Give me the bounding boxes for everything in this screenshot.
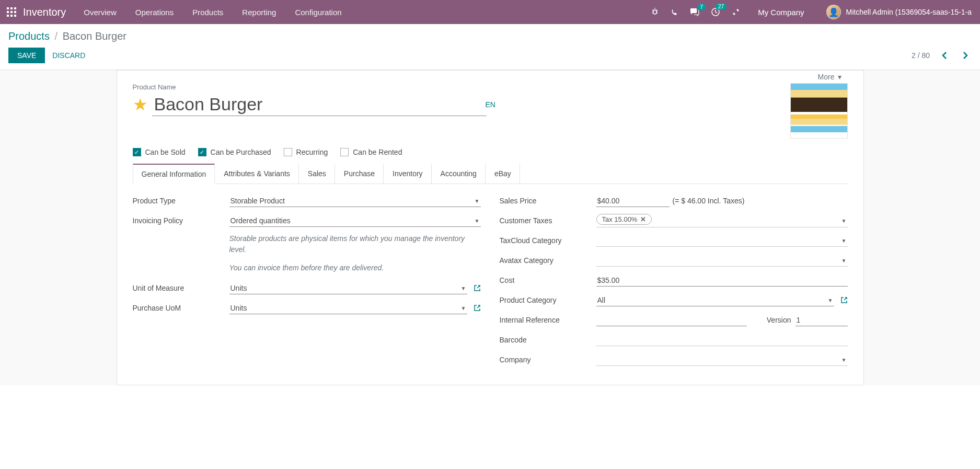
avatax-category-select[interactable] — [596, 255, 848, 267]
form-sheet: More ▾ Product Name ★ EN Can be Sol — [117, 70, 864, 385]
recurring-checkbox[interactable]: Recurring — [284, 148, 328, 156]
taxcloud-category-select[interactable] — [596, 235, 848, 247]
internal-reference-label: Internal Reference — [500, 316, 596, 324]
app-brand[interactable]: Inventory — [19, 6, 74, 18]
version-input[interactable] — [795, 314, 848, 326]
tab-ebay[interactable]: eBay — [486, 164, 520, 184]
product-type-label: Product Type — [133, 197, 229, 205]
activities-badge: 27 — [716, 3, 727, 10]
remove-tag-icon[interactable]: ✕ — [640, 215, 646, 223]
user-menu[interactable]: 👤 Mitchell Admin (15369054-saas-15-1-a — [820, 5, 972, 19]
sales-price-label: Sales Price — [500, 197, 596, 205]
help-text-1: Storable products are physical items for… — [229, 233, 481, 255]
product-tabs: General Information Attributes & Variant… — [133, 164, 848, 184]
product-category-select[interactable] — [596, 294, 834, 306]
company-select[interactable] — [596, 354, 848, 366]
svg-rect-1 — [10, 7, 13, 9]
discard-button[interactable]: DISCARD — [52, 51, 85, 60]
sales-price-incl: (= $ 46.00 Incl. Taxes) — [673, 197, 745, 205]
tools-icon[interactable] — [730, 6, 742, 18]
barcode-label: Barcode — [500, 336, 596, 344]
tax-tag[interactable]: Tax 15.00% ✕ — [596, 214, 652, 225]
debug-icon[interactable] — [649, 6, 661, 18]
svg-rect-8 — [14, 15, 16, 17]
menu-reporting[interactable]: Reporting — [233, 2, 285, 23]
company-label: Company — [500, 356, 596, 364]
svg-rect-6 — [7, 15, 9, 17]
svg-rect-2 — [14, 7, 16, 9]
tab-sales[interactable]: Sales — [299, 164, 335, 184]
can-be-sold-checkbox[interactable]: Can be Sold — [133, 148, 186, 156]
svg-rect-5 — [14, 11, 16, 13]
checkbox-unchecked-icon — [284, 148, 292, 156]
version-label: Version — [767, 316, 791, 324]
menu-configuration[interactable]: Configuration — [285, 2, 351, 23]
breadcrumb-parent[interactable]: Products — [8, 30, 50, 42]
user-avatar: 👤 — [826, 5, 841, 19]
can-be-purchased-checkbox[interactable]: Can be Purchased — [198, 148, 271, 156]
user-name: Mitchell Admin (15369054-saas-15-1-a — [846, 8, 972, 16]
svg-rect-3 — [7, 11, 9, 13]
chevron-down-icon: ▼ — [841, 218, 847, 223]
messaging-badge: 7 — [698, 4, 706, 10]
taxcloud-category-label: TaxCloud Category — [500, 236, 596, 245]
purchase-uom-label: Purchase UoM — [133, 304, 229, 312]
activities-icon[interactable]: 27 — [709, 5, 722, 19]
voip-icon[interactable] — [668, 6, 681, 18]
messaging-icon[interactable]: 7 — [688, 6, 701, 18]
apps-icon[interactable] — [4, 7, 19, 17]
tab-attributes-variants[interactable]: Attributes & Variants — [215, 164, 299, 184]
avatax-category-label: Avatax Category — [500, 256, 596, 265]
left-group: Product Type ▼ Invoicing Policy ▼ — [133, 193, 481, 372]
control-panel: Products / Bacon Burger SAVE DISCARD 2 /… — [0, 24, 980, 70]
menu-overview[interactable]: Overview — [74, 2, 126, 23]
pager-text[interactable]: 2 / 80 — [912, 51, 930, 60]
company-selector[interactable]: My Company — [750, 8, 812, 17]
breadcrumb: Products / Bacon Burger — [8, 30, 972, 42]
checkbox-checked-icon — [133, 148, 141, 156]
top-navbar: Inventory Overview Operations Products R… — [0, 0, 980, 24]
invoicing-policy-label: Invoicing Policy — [133, 216, 229, 225]
pager-next-icon[interactable] — [959, 49, 972, 62]
product-category-label: Product Category — [500, 296, 596, 304]
language-button[interactable]: EN — [481, 96, 500, 113]
product-name-label: Product Name — [133, 83, 790, 91]
invoicing-policy-select[interactable] — [229, 215, 481, 227]
main-menu: Overview Operations Products Reporting C… — [74, 2, 351, 23]
pager: 2 / 80 — [912, 49, 972, 62]
checkbox-unchecked-icon — [340, 148, 349, 156]
cost-input[interactable] — [596, 274, 848, 287]
tab-accounting[interactable]: Accounting — [432, 164, 486, 184]
tab-general-information[interactable]: General Information — [133, 164, 215, 184]
more-dropdown[interactable]: More ▾ — [812, 70, 848, 84]
tab-inventory[interactable]: Inventory — [384, 164, 432, 184]
checkbox-checked-icon — [198, 148, 206, 156]
product-type-select[interactable] — [229, 195, 481, 207]
external-link-icon[interactable] — [474, 284, 481, 292]
product-image[interactable] — [790, 83, 848, 139]
svg-rect-7 — [10, 15, 13, 17]
cost-label: Cost — [500, 276, 596, 284]
purchase-uom-select[interactable] — [229, 302, 467, 314]
tab-purchase[interactable]: Purchase — [335, 164, 384, 184]
systray: 7 27 My Company 👤 Mitchell Admin (153690… — [649, 5, 976, 19]
svg-rect-4 — [10, 11, 13, 13]
favorite-star-icon[interactable]: ★ — [133, 95, 148, 115]
menu-operations[interactable]: Operations — [126, 2, 183, 23]
internal-reference-input[interactable] — [596, 314, 747, 326]
sales-price-input[interactable] — [596, 195, 670, 207]
menu-products[interactable]: Products — [183, 2, 233, 23]
product-name-input[interactable] — [152, 93, 487, 116]
pager-prev-icon[interactable] — [938, 49, 951, 62]
barcode-input[interactable] — [596, 334, 848, 346]
external-link-icon[interactable] — [840, 296, 848, 304]
svg-rect-0 — [7, 7, 9, 9]
external-link-icon[interactable] — [474, 304, 481, 312]
uom-label: Unit of Measure — [133, 284, 229, 292]
right-group: Sales Price (= $ 46.00 Incl. Taxes) Cust… — [500, 193, 848, 372]
customer-taxes-label: Customer Taxes — [500, 216, 596, 225]
uom-select[interactable] — [229, 282, 467, 294]
breadcrumb-current: Bacon Burger — [63, 30, 126, 42]
can-be-rented-checkbox[interactable]: Can be Rented — [340, 148, 402, 156]
save-button[interactable]: SAVE — [8, 48, 45, 63]
